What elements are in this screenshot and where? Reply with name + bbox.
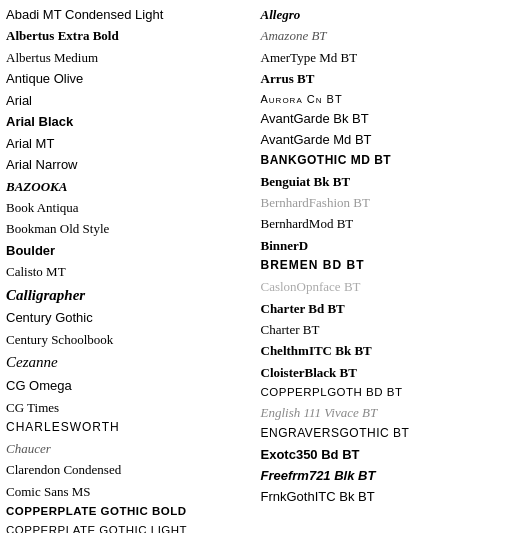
font-item[interactable]: English 111 Vivace BT [261, 402, 516, 423]
font-item[interactable]: Charter Bd BT [261, 298, 516, 319]
font-item[interactable]: Abadi MT Condensed Light [6, 4, 261, 25]
font-item[interactable]: Clarendon Condensed [6, 459, 261, 480]
font-item[interactable]: Antique Olive [6, 68, 261, 89]
font-item[interactable]: Benguiat Bk BT [261, 171, 516, 192]
font-item[interactable]: Book Antiqua [6, 197, 261, 218]
font-item[interactable]: Aurora Cn BT [261, 90, 516, 108]
font-item[interactable]: Cezanne [6, 350, 261, 375]
font-item[interactable]: Albertus Extra Bold [6, 25, 261, 46]
font-item[interactable]: AvantGarde Bk BT [261, 108, 516, 129]
font-item[interactable]: Century Schoolbook [6, 329, 261, 350]
font-item[interactable]: ChelthmITC Bk BT [261, 340, 516, 361]
font-item[interactable]: Freefrm721 Blk BT [261, 465, 516, 486]
font-item[interactable]: AmerType Md BT [261, 47, 516, 68]
font-item[interactable]: COPPERPLATE GOTHIC BOLD [6, 502, 261, 521]
font-item[interactable]: FrnkGothITC Bk BT [261, 486, 516, 507]
font-item[interactable]: Chaucer [6, 438, 261, 459]
font-item[interactable]: Calisto MT [6, 261, 261, 282]
font-item[interactable]: Comic Sans MS [6, 481, 261, 502]
font-item[interactable]: BernhardMod BT [261, 213, 516, 234]
font-item[interactable]: BinnerD [261, 235, 516, 256]
font-item[interactable]: CloisterBlack BT [261, 362, 516, 383]
font-item[interactable]: Boulder [6, 240, 261, 261]
font-item[interactable]: BernhardFashion BT [261, 192, 516, 213]
font-item[interactable]: EngraversGothic BT [261, 424, 516, 444]
font-item[interactable]: BREMEN BD BT [261, 256, 516, 276]
font-item[interactable]: Bookman Old Style [6, 218, 261, 239]
font-item[interactable]: Calligrapher [6, 283, 261, 308]
font-item[interactable]: CG Times [6, 397, 261, 418]
font-item[interactable]: Arial MT [6, 133, 261, 154]
font-item[interactable]: Arrus BT [261, 68, 516, 89]
right-column: AllegroAmazone BTAmerType Md BTArrus BTA… [261, 4, 516, 533]
font-item[interactable]: Copperplate Gothic Light [6, 521, 261, 533]
font-item[interactable]: Exotc350 Bd BT [261, 444, 516, 465]
font-item[interactable]: Century Gothic [6, 307, 261, 328]
font-item[interactable]: Amazone BT [261, 25, 516, 46]
font-item[interactable]: Allegro [261, 4, 516, 25]
font-list-container: Abadi MT Condensed LightAlbertus Extra B… [0, 0, 521, 533]
font-item[interactable]: CG Omega [6, 375, 261, 396]
font-item[interactable]: AvantGarde Md BT [261, 129, 516, 150]
font-item[interactable]: BAZOOKA [6, 176, 261, 197]
left-column: Abadi MT Condensed LightAlbertus Extra B… [6, 4, 261, 533]
font-item[interactable]: CaslonOpnface BT [261, 276, 516, 297]
font-item[interactable]: Charter BT [261, 319, 516, 340]
font-item[interactable]: CopperplGoth Bd BT [261, 383, 516, 402]
font-item[interactable]: CHARLESWORTH [6, 418, 261, 438]
font-item[interactable]: Arial [6, 90, 261, 111]
font-item[interactable]: Albertus Medium [6, 47, 261, 68]
font-item[interactable]: Arial Black [6, 111, 261, 132]
font-item[interactable]: BankGothic Md BT [261, 151, 516, 171]
font-item[interactable]: Arial Narrow [6, 154, 261, 175]
